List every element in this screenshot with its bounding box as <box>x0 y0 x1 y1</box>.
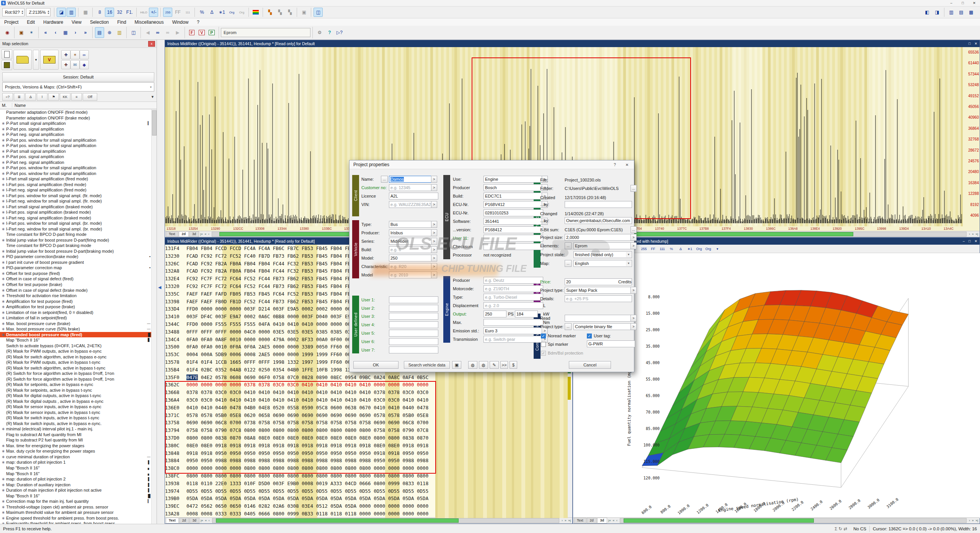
maximize-button[interactable]: □ <box>969 239 970 243</box>
map-list-item[interactable]: ∗I-Part neg. signal amplification (brake… <box>0 215 157 221</box>
map-list-item[interactable]: ∗I-Part neg. signal amplification (fired… <box>0 187 157 193</box>
map3d-toolbar-icon-14[interactable]: Org <box>704 245 712 253</box>
map-list-item[interactable]: ∗I-Part neg. window for small signal amp… <box>0 226 157 232</box>
map-list-item[interactable]: ∗I-Part neg. window for small signal amp… <box>0 198 157 204</box>
more-button[interactable]: >> <box>500 361 508 369</box>
decimal-view-icon[interactable]: 255 <box>163 8 172 17</box>
vtype-field[interactable]: Bus <box>389 221 432 228</box>
psize-field[interactable]: 2,0000 <box>565 234 632 241</box>
user4-field[interactable] <box>389 321 438 328</box>
nav-icon[interactable]: › <box>968 519 971 522</box>
customer-expand-button[interactable]: > <box>431 184 437 191</box>
map-list-item[interactable]: ∗Map: Duration of auxiliary injection▌ <box>0 482 157 488</box>
nav-icon[interactable]: »| <box>975 232 979 236</box>
map-list-item[interactable]: ∗Limitation of rise in setpoint(fired, 0… <box>0 310 157 316</box>
cancel-button[interactable]: Cancel <box>569 361 611 369</box>
close-button[interactable]: ✕ <box>969 0 980 6</box>
map-list-item[interactable]: ∗Correction map for the main inj. fuel q… <box>0 499 157 504</box>
eprom-combo[interactable]: Eprom <box>221 28 310 37</box>
map-list-item[interactable]: ∗Max. boost pressure curve (brake)— <box>0 321 157 327</box>
map-list-item[interactable]: ∗P-Part neg. signal amplification <box>0 132 157 137</box>
comment-icon[interactable]: ✎ <box>490 361 499 369</box>
map-list-item[interactable]: ∗Offset for test purpose (brake) <box>0 282 157 288</box>
open-version-icon[interactable]: V <box>40 50 59 70</box>
binary-view-icon[interactable]: 111 <box>183 8 192 17</box>
paste-icon[interactable]: ▣ <box>452 361 461 369</box>
vbuild-expand-button[interactable]: > <box>431 246 437 253</box>
map-list-item[interactable]: ∗Limitation of fall in setpoint(fired) <box>0 315 157 321</box>
nav-icon[interactable]: ‹ <box>208 519 211 522</box>
menu-selection[interactable]: Selection <box>86 20 113 25</box>
menu-view[interactable]: View <box>67 20 86 25</box>
nav-icon[interactable]: « <box>612 519 615 522</box>
tab-3d[interactable]: 3d <box>189 231 199 237</box>
nav-first-icon[interactable]: « <box>41 27 50 38</box>
output-field[interactable]: 250 <box>483 311 506 317</box>
map-list-item[interactable]: ∗I-Part pos. signal amplification (fired… <box>0 182 157 188</box>
menu-miscellaneous[interactable]: Miscellaneous <box>131 20 168 25</box>
filter-icon-5[interactable]: KK <box>60 93 70 101</box>
vin-expand-button[interactable]: > <box>431 201 437 208</box>
eproducer-field[interactable]: Bosch <box>483 184 543 191</box>
map-list-item[interactable]: ∗P-Part pos. window for small signal amp… <box>0 143 157 149</box>
filter-icon-0[interactable]: =? <box>2 93 13 101</box>
map-list-item[interactable]: (R) Mask for switch inputs, active in by… <box>0 415 157 421</box>
help-button[interactable]: ? <box>609 161 620 168</box>
user3-field[interactable] <box>389 313 438 320</box>
menu-hardware[interactable]: Hardware <box>39 20 67 25</box>
dialog-titlebar[interactable]: Project properties ? ✕ <box>350 160 634 169</box>
menu-project[interactable]: Project <box>0 20 23 25</box>
horizontal-scrollbar[interactable] <box>620 518 967 523</box>
map-list-item[interactable]: ∗map: duration of pilot injection 2▌ <box>0 476 157 482</box>
map-list-item[interactable]: Time constant for BPCO D-part braking mo… <box>0 243 157 249</box>
map-list-item[interactable]: Parameter adaptation ON/OFF (brake mode) <box>0 115 157 121</box>
user7-field[interactable] <box>389 347 438 353</box>
details-field[interactable]: e.g. +25 PS <box>565 295 632 302</box>
minimize-button[interactable]: – <box>946 0 957 6</box>
elements-field[interactable]: Eprom <box>573 242 632 249</box>
map-list-item[interactable]: ∗I-Part pos. window for small signal amp… <box>0 193 157 199</box>
name-expand-button[interactable]: > <box>431 176 437 183</box>
hex-row[interactable]: 1362C0000 0000 0000 0000 0378 0378 03C0 … <box>165 381 568 389</box>
menu-[interactable]: ? <box>193 20 204 25</box>
version-field[interactable]: P168412 <box>483 226 543 233</box>
window-blue-icon[interactable]: ◫ <box>314 8 323 17</box>
user5-field[interactable] <box>389 330 438 337</box>
filter-icon-2[interactable]: Δ <box>25 93 36 101</box>
filter-icon-3[interactable]: ī <box>37 93 47 101</box>
width-f1-icon[interactable]: F1. <box>125 8 134 17</box>
user6-field[interactable] <box>389 338 438 345</box>
menu-window[interactable]: Window <box>168 20 193 25</box>
window-horizontal-icon[interactable]: ▥ <box>947 8 956 17</box>
chevron-down-icon[interactable]: ▾ <box>626 252 631 257</box>
wizard-icon[interactable]: ⚙ <box>315 27 324 38</box>
maximize-button[interactable]: □ <box>969 42 970 46</box>
panel-splitter[interactable]: ◀ <box>157 40 165 524</box>
copy-map-icon[interactable]: ▣ <box>299 8 309 17</box>
map-list-item[interactable]: ∗Offset in case of signal defect (fired) <box>0 276 157 282</box>
map-list-item[interactable]: (R) Mask for sensor inputs, active in by… <box>0 410 157 415</box>
tab-2d[interactable]: 2d <box>179 231 189 237</box>
view-2d-icon[interactable]: ◪ <box>57 8 66 17</box>
hex-row[interactable]: 138C00000 0000 0000 0000 0800 0800 0800 … <box>165 464 568 472</box>
vseries-expand-button[interactable]: > <box>431 238 437 245</box>
map-list-item[interactable]: ∗PID-parameter correcton map▪ <box>0 265 157 271</box>
map-list-item[interactable]: Map "Bosch II 16"▖ <box>0 465 157 471</box>
binoculars-gray-icon[interactable]: ∞ <box>163 27 172 38</box>
window-star-icon[interactable]: ✶ <box>27 27 36 38</box>
width-16-icon[interactable]: 16 <box>105 8 114 17</box>
map-list-item[interactable]: (R) Mask for digital outputs, active in … <box>0 393 157 399</box>
window-cascade-icon[interactable]: ◧ <box>923 8 932 17</box>
find-prev-icon[interactable]: ◀ <box>143 27 152 38</box>
createdby-field[interactable] <box>565 201 632 208</box>
list-view-icon[interactable]: ▤ <box>95 27 104 38</box>
bitsum-browse-button[interactable]: ... <box>630 226 637 233</box>
v-view-icon[interactable]: V <box>197 27 206 38</box>
map-list-item[interactable]: (R) Switch for force algorithm active in… <box>0 376 157 382</box>
palette-icon[interactable] <box>251 8 260 17</box>
user11-field[interactable] <box>483 235 543 242</box>
filter-icon-1[interactable]: ≣ <box>14 93 24 101</box>
tab-text[interactable]: Text <box>166 518 179 523</box>
nav-icon[interactable]: »| <box>567 519 572 522</box>
emission-field[interactable]: Euro 3 <box>483 327 543 334</box>
